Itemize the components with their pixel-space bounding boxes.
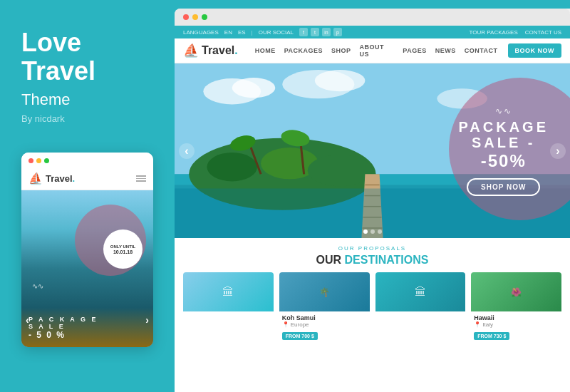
lang-en[interactable]: EN	[224, 29, 232, 36]
mobile-logo-icon: ⛵	[28, 172, 43, 185]
svg-point-11	[308, 155, 373, 186]
hero-discount-label: -50%	[458, 151, 549, 171]
browser-dot-green	[202, 14, 207, 20]
nav-logo-text: Travel.	[202, 44, 238, 57]
contact-us-link[interactable]: CONTACT US	[525, 29, 561, 36]
dest-card-4-name: Hawaii	[474, 314, 559, 321]
mobile-wave-decoration: ∿∿	[32, 282, 43, 290]
nav-shop[interactable]: SHOP	[331, 47, 351, 54]
nav-logo[interactable]: ⛵ Travel.	[183, 43, 238, 58]
dest-card-2-image: 🌴	[279, 272, 370, 311]
utility-left: LANGUAGES EN ES | OUR SOCIAL f t in p	[183, 28, 342, 36]
facebook-icon[interactable]: f	[299, 28, 308, 36]
hero-wave-decoration: ∿∿	[458, 106, 549, 116]
nav-about-us[interactable]: ABOUT US	[360, 43, 395, 58]
theme-title: Love Travel	[21, 29, 153, 85]
mobile-dot-red	[28, 158, 33, 163]
dest-card-4-icon: 🌺	[511, 287, 522, 297]
dest-card-4-price: FROM 730 $	[474, 332, 509, 340]
browser-dot-red	[183, 14, 189, 20]
our-proposals-label: OUR PROPOSALS	[183, 245, 561, 252]
left-panel: Love Travel Theme By nicdark ⛵ Travel.	[0, 0, 175, 392]
dest-card-4-image: 🌺	[471, 272, 561, 311]
destination-card-1[interactable]: 🏛	[183, 272, 274, 344]
book-now-button[interactable]: BOOK NOW	[508, 43, 562, 58]
dest-card-4-info: Hawaii 📍 Italy FROM 730 $	[471, 311, 561, 344]
destination-card-3[interactable]: 🏛	[375, 272, 466, 344]
nav-pages[interactable]: PAGES	[403, 47, 426, 54]
mobile-next-arrow[interactable]: ›	[145, 314, 149, 326]
dest-card-1-image: 🏛	[183, 272, 274, 311]
hero-promo-text: ∿∿ PACKAGE SALE - -50% SHOP NOW	[458, 106, 549, 196]
twitter-icon[interactable]: t	[311, 28, 319, 36]
mobile-carousel-arrows: ‹ ›	[21, 314, 153, 326]
mobile-dot-yellow	[36, 158, 41, 163]
mobile-hamburger-icon[interactable]	[136, 175, 146, 182]
svg-point-2	[232, 78, 276, 98]
destinations-heading-accent: DESTINATIONS	[345, 254, 429, 266]
destinations-heading-plain: OUR	[316, 254, 345, 266]
mobile-logo: ⛵ Travel.	[28, 172, 75, 185]
mobile-chrome-bar	[21, 153, 153, 167]
tour-packages-link[interactable]: TOUR PACKAGES	[470, 29, 518, 36]
dest-card-2-info: Koh Samui 📍 Europe FROM 700 $	[279, 311, 370, 344]
mobile-hero: ONLY UNTIL 10.01.18 ∿∿ P A C K A G E S A…	[21, 190, 153, 347]
mobile-logo-text: Travel.	[46, 173, 75, 184]
nav-news[interactable]: NEWS	[435, 47, 456, 54]
hero-sale-label: SALE -	[458, 135, 549, 151]
dest-card-3-icon: 🏛	[415, 286, 426, 299]
browser-content: LANGUAGES EN ES | OUR SOCIAL f t in p TO…	[175, 26, 570, 392]
mobile-prev-arrow[interactable]: ‹	[26, 314, 29, 326]
mobile-only-until-badge: ONLY UNTIL 10.01.18	[103, 229, 142, 269]
browser-dot-yellow	[192, 14, 198, 20]
theme-author: By nicdark	[21, 113, 153, 124]
theme-subtitle: Theme	[21, 91, 153, 109]
pinterest-icon[interactable]: p	[333, 28, 342, 36]
destination-card-2[interactable]: 🌴 Koh Samui 📍 Europe FROM 700 $	[279, 272, 370, 344]
mobile-nav: ⛵ Travel.	[21, 167, 153, 190]
svg-point-9	[207, 153, 257, 181]
destinations-section: OUR PROPOSALS OUR DESTINATIONS 🏛 🌴	[175, 238, 570, 392]
dest-card-2-icon: 🌴	[319, 287, 330, 297]
nav-items: HOME PACKAGES SHOP ABOUT US PAGES NEWS C…	[255, 43, 498, 58]
dest-card-4-location: 📍 Italy	[474, 321, 559, 328]
hero-prev-arrow[interactable]: ‹	[179, 143, 195, 159]
nav-logo-icon: ⛵	[183, 43, 199, 58]
mobile-mockup: ⛵ Travel. ONLY UNTIL 10.01.18 ∿∿ P A C K…	[21, 153, 153, 347]
hero-dot-3[interactable]	[378, 229, 382, 234]
hero-dot-1[interactable]	[363, 229, 368, 234]
dest-card-3-image: 🏛	[375, 272, 466, 311]
main-nav: ⛵ Travel. HOME PACKAGES SHOP ABOUT US PA…	[175, 38, 570, 63]
hero-section: ∿∿ PACKAGE SALE - -50% SHOP NOW ‹ ›	[175, 63, 570, 238]
lang-es[interactable]: ES	[238, 29, 246, 36]
nav-contact[interactable]: CONTACT	[465, 47, 498, 54]
destinations-grid: 🏛 🌴 Koh Samui 📍 Europe FROM 700 $	[183, 272, 561, 344]
browser-chrome-bar	[175, 9, 570, 26]
mobile-dot-green	[44, 158, 49, 163]
destination-card-4[interactable]: 🌺 Hawaii 📍 Italy FROM 730 $	[471, 272, 561, 344]
utility-right: TOUR PACKAGES CONTACT US	[470, 29, 561, 36]
dest-card-2-name: Koh Samui	[282, 314, 367, 321]
svg-point-4	[315, 70, 366, 91]
linkedin-icon[interactable]: in	[322, 28, 331, 36]
utility-bar: LANGUAGES EN ES | OUR SOCIAL f t in p TO…	[175, 26, 570, 38]
browser-mockup: LANGUAGES EN ES | OUR SOCIAL f t in p TO…	[175, 9, 570, 392]
hero-package-label: PACKAGE	[458, 119, 549, 135]
hero-carousel-dots	[363, 229, 382, 234]
hero-dot-2[interactable]	[370, 229, 375, 234]
hero-next-arrow[interactable]: ›	[550, 143, 566, 159]
social-icons: f t in p	[299, 28, 342, 36]
dest-card-2-price: FROM 700 $	[282, 332, 318, 340]
nav-packages[interactable]: PACKAGES	[284, 47, 323, 54]
dest-card-1-icon: 🏛	[222, 286, 234, 299]
languages-label: LANGUAGES	[183, 29, 219, 36]
dest-card-2-location: 📍 Europe	[282, 321, 367, 328]
our-destinations-heading: OUR DESTINATIONS	[183, 254, 561, 267]
shop-now-button[interactable]: SHOP NOW	[467, 178, 540, 196]
our-social-label: OUR SOCIAL	[259, 29, 294, 36]
nav-home[interactable]: HOME	[255, 47, 276, 54]
